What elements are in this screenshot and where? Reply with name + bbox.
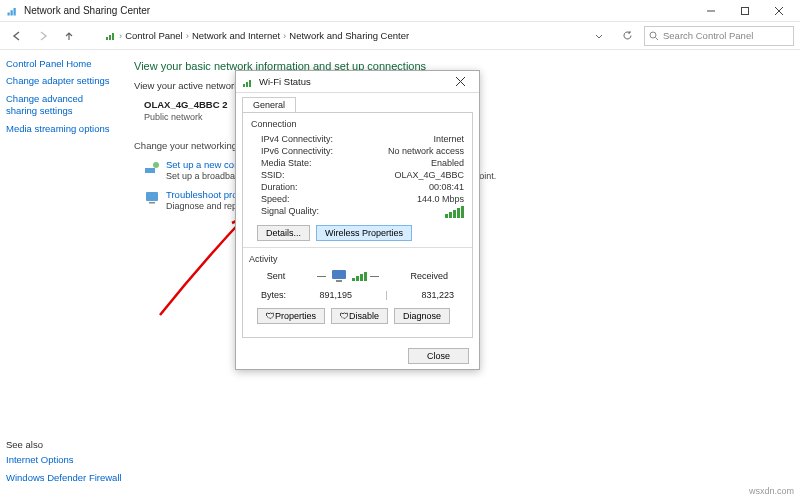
tab-general[interactable]: General (242, 97, 296, 112)
watermark: wsxdn.com (749, 486, 794, 496)
svg-rect-9 (112, 33, 114, 40)
svg-line-11 (656, 37, 659, 40)
activity-icon: — — (317, 268, 379, 284)
wifi-icon (242, 76, 254, 88)
sidebar-link[interactable]: Change advanced sharing settings (6, 93, 114, 117)
ssid-value: OLAX_4G_4BBC (394, 170, 464, 180)
media-state-label: Media State: (261, 158, 312, 168)
breadcrumb-item[interactable]: Control Panel (125, 30, 183, 41)
sidebar-link[interactable]: Media streaming options (6, 123, 114, 135)
breadcrumb-item[interactable]: Network and Sharing Center (289, 30, 409, 41)
signal-bars-icon (445, 206, 464, 218)
search-input[interactable]: Search Control Panel (644, 26, 794, 46)
svg-rect-2 (14, 8, 16, 16)
speed-value: 144.0 Mbps (417, 194, 464, 204)
ipv4-value: Internet (433, 134, 464, 144)
ipv6-value: No network access (388, 146, 464, 156)
duration-label: Duration: (261, 182, 298, 192)
sent-label: Sent (267, 271, 286, 281)
see-also-header: See also (6, 439, 126, 450)
svg-rect-21 (332, 270, 346, 279)
svg-point-13 (153, 162, 159, 168)
ipv6-label: IPv6 Connectivity: (261, 146, 333, 156)
svg-rect-16 (243, 84, 245, 87)
svg-rect-8 (109, 35, 111, 40)
breadcrumb-icon (104, 29, 116, 43)
chevron-right-icon: › (186, 30, 189, 41)
svg-rect-17 (246, 82, 248, 87)
svg-point-10 (650, 32, 656, 38)
details-button[interactable]: Details... (257, 225, 310, 241)
svg-rect-1 (11, 10, 13, 15)
dialog-title: Wi-Fi Status (259, 76, 447, 87)
activity-group-label: Activity (249, 254, 464, 264)
maximize-button[interactable] (728, 1, 762, 21)
sidebar-link[interactable]: Change adapter settings (6, 75, 114, 87)
dialog-tabs: General (236, 93, 479, 112)
up-button[interactable] (58, 25, 80, 47)
breadcrumb-item[interactable]: Network and Internet (192, 30, 280, 41)
forward-button[interactable] (32, 25, 54, 47)
refresh-button[interactable] (616, 25, 638, 47)
wifi-status-dialog: Wi-Fi Status General Connection IPv4 Con… (235, 70, 480, 370)
shield-icon: 🛡 (266, 311, 275, 321)
toolbar: › Control Panel › Network and Internet ›… (0, 22, 800, 50)
sidebar-link[interactable]: Windows Defender Firewall (6, 472, 126, 484)
sidebar-link[interactable]: Internet Options (6, 454, 126, 466)
close-button[interactable] (762, 1, 796, 21)
control-panel-home-link[interactable]: Control Panel Home (6, 58, 114, 69)
separator: | (386, 290, 388, 300)
svg-rect-4 (742, 7, 749, 14)
window-title: Network and Sharing Center (24, 5, 694, 16)
svg-rect-7 (106, 37, 108, 40)
connection-group-label: Connection (251, 119, 464, 129)
diagnose-button[interactable]: Diagnose (394, 308, 450, 324)
back-button[interactable] (6, 25, 28, 47)
bytes-label: Bytes: (261, 290, 286, 300)
new-connection-icon (144, 159, 160, 175)
svg-rect-15 (149, 202, 155, 204)
svg-rect-18 (249, 80, 251, 87)
media-state-value: Enabled (431, 158, 464, 168)
breadcrumb[interactable]: › Control Panel › Network and Internet ›… (104, 29, 584, 43)
sidebar: Control Panel Home Change adapter settin… (0, 50, 120, 500)
troubleshoot-icon (144, 189, 160, 205)
dropdown-button[interactable] (588, 25, 610, 47)
bytes-received-value: 831,223 (421, 290, 454, 300)
minimize-button[interactable] (694, 1, 728, 21)
disable-button[interactable]: 🛡Disable (331, 308, 388, 324)
ipv4-label: IPv4 Connectivity: (261, 134, 333, 144)
svg-rect-0 (8, 12, 10, 15)
duration-value: 00:08:41 (429, 182, 464, 192)
close-dialog-button[interactable]: Close (408, 348, 469, 364)
app-icon (6, 5, 18, 17)
chevron-right-icon: › (283, 30, 286, 41)
svg-rect-12 (145, 168, 155, 173)
speed-label: Speed: (261, 194, 290, 204)
dialog-titlebar[interactable]: Wi-Fi Status (236, 71, 479, 93)
received-label: Received (411, 271, 449, 281)
signal-quality-label: Signal Quality: (261, 206, 319, 218)
svg-rect-22 (336, 280, 342, 282)
shield-icon: 🛡 (340, 311, 349, 321)
wireless-properties-button[interactable]: Wireless Properties (316, 225, 412, 241)
ssid-label: SSID: (261, 170, 285, 180)
chevron-right-icon: › (119, 30, 122, 41)
properties-button[interactable]: 🛡Properties (257, 308, 325, 324)
window-titlebar: Network and Sharing Center (0, 0, 800, 22)
search-icon (649, 31, 659, 41)
svg-rect-14 (146, 192, 158, 201)
bytes-sent-value: 891,195 (320, 290, 353, 300)
dialog-close-button[interactable] (447, 73, 473, 91)
